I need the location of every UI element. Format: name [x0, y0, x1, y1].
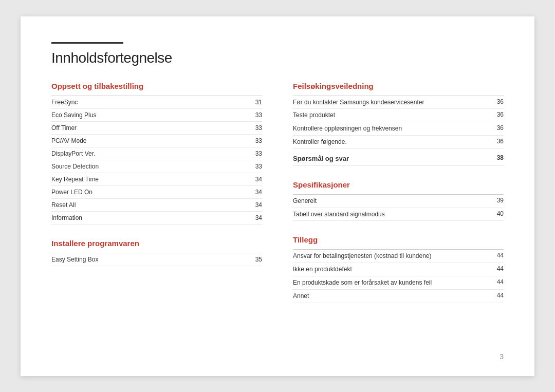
- toc-page-eco-saving-plus: 33: [252, 111, 262, 119]
- toc-page-reset-all: 34: [252, 201, 262, 209]
- toc-page-produktskade: 44: [493, 278, 504, 286]
- section-spesifikasjoner-title: Spesifikasjoner: [293, 180, 504, 189]
- toc-item-easy-setting-box: Easy Setting Box 35: [51, 253, 262, 266]
- right-column: Feilsøkingsveiledning Før du kontakter S…: [293, 82, 504, 318]
- section-tillegg-title: Tillegg: [293, 235, 504, 244]
- toc-item-produktskade: En produktskade som er forårsaket av kun…: [293, 276, 504, 290]
- section-oppsett: Oppsett og tilbakestilling FreeSync 31 E…: [51, 82, 262, 225]
- toc-page-freesync: 31: [252, 99, 262, 106]
- toc-page-sporsmal-og-svar: 38: [493, 154, 504, 161]
- toc-label-sporsmal-og-svar: Spørsmål og svar: [293, 154, 493, 163]
- page-title: Innholdsfortegnelse: [51, 50, 504, 66]
- toc-page-generelt: 39: [493, 197, 504, 204]
- spesifikasjoner-items-list: Generelt 39 Tabell over standard signalm…: [293, 195, 504, 221]
- toc-page-power-led: 34: [252, 189, 262, 196]
- left-column: Oppsett og tilbakestilling FreeSync 31 E…: [51, 82, 262, 318]
- toc-page-key-repeat: 34: [252, 176, 262, 183]
- toc-item-sporsmal-og-svar: Spørsmål og svar 38: [293, 152, 504, 166]
- toc-item-tabell: Tabell over standard signalmodus 40: [293, 208, 504, 221]
- toc-label-source-detection: Source Detection: [51, 163, 252, 170]
- toc-label-freesync: FreeSync: [51, 99, 252, 106]
- toc-item-ansvar: Ansvar for betalingstjenesten (kostnad t…: [293, 250, 504, 263]
- toc-label-teste-produktet: Teste produktet: [293, 111, 493, 120]
- toc-label-eco-saving-plus: Eco Saving Plus: [51, 111, 252, 119]
- toc-label-off-timer: Off Timer: [51, 124, 252, 132]
- toc-item-kontroller-folgende: Kontroller følgende. 36: [293, 136, 504, 149]
- columns-container: Oppsett og tilbakestilling FreeSync 31 E…: [51, 82, 504, 318]
- toc-item-information: Information 34: [51, 212, 262, 225]
- installere-items-list: Easy Setting Box 35: [51, 253, 262, 266]
- section-installere-title: Installere programvaren: [51, 239, 262, 248]
- toc-label-kontroller-folgende: Kontroller følgende.: [293, 138, 493, 146]
- tillegg-items-list: Ansvar for betalingstjenesten (kostnad t…: [293, 250, 504, 303]
- toc-item-key-repeat: Key Repeat Time 34: [51, 173, 262, 186]
- toc-label-easy-setting-box: Easy Setting Box: [51, 256, 252, 263]
- toc-page-kontakt-samsung: 36: [493, 98, 504, 105]
- toc-item-generelt: Generelt 39: [293, 195, 504, 208]
- toc-page-ikke-produktdefekt: 44: [493, 265, 504, 272]
- section-tillegg: Tillegg Ansvar for betalingstjenesten (k…: [293, 235, 504, 303]
- section-feilsok-title: Feilsøkingsveiledning: [293, 82, 504, 90]
- toc-page-information: 34: [252, 214, 262, 221]
- toc-page-displayport: 33: [252, 150, 262, 157]
- toc-label-reset-all: Reset All: [51, 201, 252, 209]
- toc-page-teste-produktet: 36: [493, 111, 504, 118]
- toc-label-generelt: Generelt: [293, 197, 493, 206]
- toc-item-ikke-produktdefekt: Ikke en produktdefekt 44: [293, 263, 504, 276]
- toc-page-kontrollere-opp: 36: [493, 124, 504, 132]
- toc-item-freesync: FreeSync 31: [51, 96, 262, 109]
- toc-label-power-led: Power LED On: [51, 189, 252, 196]
- toc-page-easy-setting-box: 35: [252, 256, 262, 263]
- toc-page-annet: 44: [493, 292, 504, 299]
- toc-item-pcav-mode: PC/AV Mode 33: [51, 135, 262, 147]
- toc-label-pcav-mode: PC/AV Mode: [51, 137, 252, 144]
- toc-label-key-repeat: Key Repeat Time: [51, 176, 252, 183]
- toc-page-source-detection: 33: [252, 163, 262, 170]
- toc-label-kontrollere-opp: Kontrollere oppløsningen og frekvensen: [293, 124, 493, 133]
- toc-page-pcav-mode: 33: [252, 137, 262, 144]
- toc-item-displayport: DisplayPort Ver. 33: [51, 147, 262, 160]
- toc-item-off-timer: Off Timer 33: [51, 122, 262, 135]
- page-number: 3: [499, 352, 504, 361]
- toc-page-tabell: 40: [493, 210, 504, 217]
- section-feilsok: Feilsøkingsveiledning Før du kontakter S…: [293, 82, 504, 166]
- toc-item-source-detection: Source Detection 33: [51, 160, 262, 173]
- toc-item-eco-saving-plus: Eco Saving Plus 33: [51, 109, 262, 122]
- toc-item-kontakt-samsung: Før du kontakter Samsungs kundeservicese…: [293, 96, 504, 109]
- toc-item-power-led: Power LED On 34: [51, 186, 262, 199]
- toc-item-annet: Annet 44: [293, 290, 504, 303]
- toc-label-displayport: DisplayPort Ver.: [51, 150, 252, 157]
- toc-label-annet: Annet: [293, 292, 493, 301]
- feilsok-items-list: Før du kontakter Samsungs kundeservicese…: [293, 96, 504, 166]
- toc-label-tabell: Tabell over standard signalmodus: [293, 210, 493, 219]
- section-oppsett-title: Oppsett og tilbakestilling: [51, 82, 262, 90]
- toc-label-information: Information: [51, 214, 252, 221]
- toc-label-ikke-produktdefekt: Ikke en produktdefekt: [293, 265, 493, 274]
- toc-item-reset-all: Reset All 34: [51, 199, 262, 212]
- page-container: Innholdsfortegnelse Oppsett og tilbakest…: [21, 16, 534, 376]
- toc-page-off-timer: 33: [252, 124, 262, 132]
- toc-label-kontakt-samsung: Før du kontakter Samsungs kundeservicese…: [293, 98, 493, 107]
- oppsett-items-list: FreeSync 31 Eco Saving Plus 33 Off Timer…: [51, 96, 262, 225]
- toc-page-kontroller-folgende: 36: [493, 138, 504, 145]
- toc-item-kontrollere-opp: Kontrollere oppløsningen og frekvensen 3…: [293, 122, 504, 136]
- section-spesifikasjoner: Spesifikasjoner Generelt 39 Tabell over …: [293, 180, 504, 221]
- toc-item-teste-produktet: Teste produktet 36: [293, 109, 504, 122]
- toc-label-ansvar: Ansvar for betalingstjenesten (kostnad t…: [293, 252, 493, 260]
- toc-page-ansvar: 44: [493, 252, 504, 259]
- title-bar: [51, 42, 123, 44]
- toc-label-produktskade: En produktskade som er forårsaket av kun…: [293, 278, 493, 287]
- section-installere: Installere programvaren Easy Setting Box…: [51, 239, 262, 266]
